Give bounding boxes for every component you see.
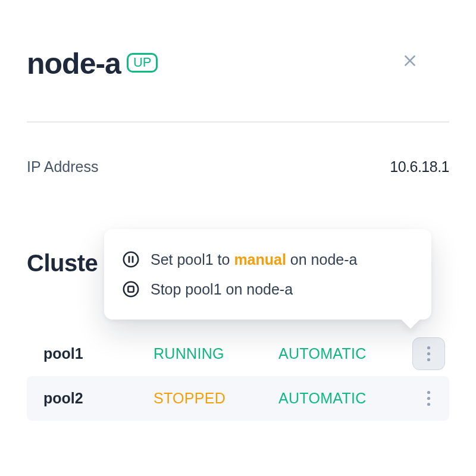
svg-point-3 (427, 391, 430, 394)
svg-point-4 (427, 397, 430, 400)
actions-popover: Set pool1 to manual on node-a Stop pool1… (104, 229, 431, 320)
status-badge-up: UP (127, 53, 158, 73)
ip-value: 10.6.18.1 (390, 158, 449, 176)
more-cell (408, 337, 449, 370)
more-vertical-icon (427, 346, 431, 362)
more-cell (408, 382, 449, 415)
divider (27, 121, 449, 123)
pool-mode: AUTOMATIC (278, 345, 408, 362)
pause-icon (122, 250, 140, 268)
pool-name: pool2 (43, 390, 154, 407)
svg-rect-8 (132, 256, 134, 262)
svg-rect-7 (129, 256, 130, 262)
pools-table: pool1 RUNNING AUTOMATIC pool2 STOPPED AU… (27, 331, 449, 421)
menu-item-set-manual[interactable]: Set pool1 to manual on node-a (120, 245, 414, 274)
node-detail-panel: node-a UP IP Address 10.6.18.1 Cluste po… (0, 0, 476, 476)
svg-point-2 (427, 358, 430, 361)
node-title: node-a (27, 46, 121, 81)
table-row: pool2 STOPPED AUTOMATIC (27, 376, 449, 421)
svg-point-6 (124, 252, 138, 267)
ip-label: IP Address (27, 158, 98, 176)
svg-rect-10 (128, 286, 133, 292)
close-icon (402, 53, 418, 68)
pool-status: STOPPED (154, 390, 278, 407)
menu-text-pre: Set pool1 to (151, 251, 234, 268)
menu-item-label: Set pool1 to manual on node-a (151, 251, 357, 268)
pool-status: RUNNING (154, 345, 278, 362)
close-button[interactable] (400, 51, 419, 70)
svg-point-1 (427, 352, 430, 355)
more-actions-button[interactable] (412, 337, 445, 370)
svg-point-0 (427, 346, 430, 349)
stop-icon (122, 280, 140, 298)
table-row: pool1 RUNNING AUTOMATIC (27, 331, 449, 376)
menu-text-pre: Stop pool1 on node-a (151, 281, 293, 298)
more-actions-button[interactable] (412, 382, 445, 415)
title-row: node-a UP (27, 46, 449, 81)
svg-point-5 (427, 403, 430, 406)
pool-mode: AUTOMATIC (278, 390, 408, 407)
menu-item-label: Stop pool1 on node-a (151, 281, 293, 298)
pool-name: pool1 (43, 345, 154, 362)
panel-header: node-a UP (27, 0, 449, 81)
menu-text-accent: manual (234, 251, 286, 268)
menu-text-post: on node-a (286, 251, 358, 268)
menu-item-stop-pool[interactable]: Stop pool1 on node-a (120, 274, 414, 304)
svg-point-9 (124, 282, 138, 296)
ip-address-row: IP Address 10.6.18.1 (27, 158, 449, 176)
more-vertical-icon (427, 390, 431, 406)
